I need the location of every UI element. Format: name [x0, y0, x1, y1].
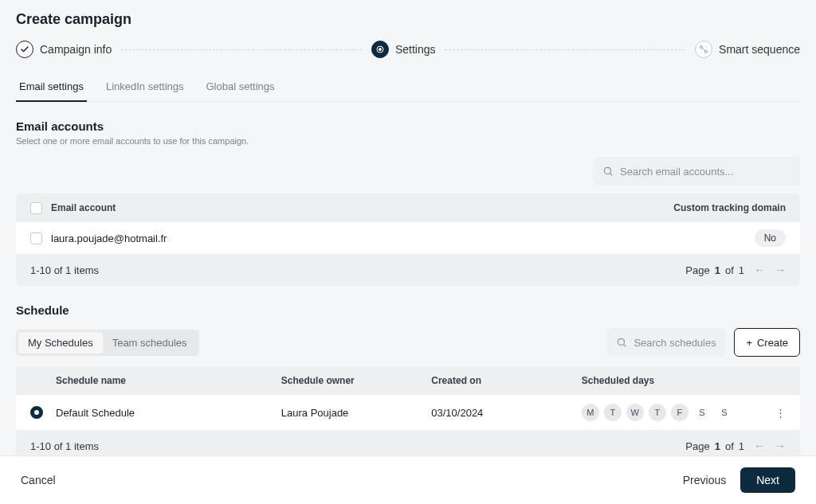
col-schedule-name: Schedule name: [56, 375, 281, 386]
section-title: Schedule: [16, 303, 800, 317]
items-count: 1-10 of 1 items: [30, 264, 99, 276]
tracking-domain-badge: No: [755, 229, 786, 247]
col-email-account: Email account: [51, 202, 642, 213]
row-menu-icon[interactable]: ⋮: [762, 407, 786, 419]
search-input[interactable]: [634, 337, 716, 349]
create-schedule-button[interactable]: + Create: [734, 328, 800, 357]
search-icon: [616, 337, 627, 348]
svg-line-6: [610, 174, 613, 176]
items-count: 1-10 of 1 items: [30, 440, 99, 452]
search-schedules[interactable]: [606, 328, 726, 357]
next-page-icon[interactable]: →: [775, 440, 786, 452]
day-chip: S: [716, 404, 733, 421]
svg-point-5: [604, 167, 610, 174]
create-label: Create: [757, 337, 788, 349]
step-connector: [445, 49, 685, 50]
pagination: Page 1 of 1 ← →: [685, 440, 786, 452]
schedule-radio[interactable]: [30, 406, 43, 419]
stepper: Campaign info Settings Smart sequence: [16, 41, 800, 58]
section-subtitle: Select one or more email accounts to use…: [16, 136, 800, 146]
schedule-name: Default Schedule: [56, 407, 281, 419]
page-title: Create campaign: [16, 11, 800, 28]
target-icon: [371, 41, 389, 58]
check-icon: [16, 41, 33, 58]
col-tracking-domain: Custom tracking domain: [642, 202, 786, 213]
svg-line-4: [702, 48, 705, 51]
scheduled-days: M T W T F S S: [582, 404, 762, 421]
tab-linkedin-settings[interactable]: LinkedIn settings: [103, 72, 187, 101]
page-current: 1: [715, 440, 720, 452]
page-current: 1: [715, 264, 720, 276]
step-settings[interactable]: Settings: [371, 41, 436, 58]
day-chip: T: [604, 404, 622, 421]
day-chip: F: [671, 404, 688, 421]
col-scheduled-days: Scheduled days: [582, 375, 762, 386]
page-of: of: [725, 440, 734, 452]
svg-line-8: [624, 345, 626, 347]
plus-icon: +: [746, 337, 752, 349]
page-word: Page: [685, 440, 709, 452]
step-label: Settings: [395, 43, 436, 56]
col-schedule-owner: Schedule owner: [281, 375, 432, 386]
search-icon: [602, 166, 614, 177]
step-connector: [121, 49, 362, 50]
search-email-accounts[interactable]: [593, 157, 800, 186]
step-smart-sequence[interactable]: Smart sequence: [695, 41, 800, 58]
settings-tabs: Email settings LinkedIn settings Global …: [16, 72, 800, 102]
svg-point-1: [379, 49, 381, 51]
day-chip: W: [626, 404, 644, 421]
schedule-owner: Laura Poujade: [281, 407, 432, 419]
row-checkbox[interactable]: [30, 232, 42, 244]
tab-my-schedules[interactable]: My Schedules: [18, 332, 103, 354]
page-total: 1: [739, 264, 744, 276]
email-accounts-section: Email accounts Select one or more email …: [16, 119, 800, 286]
table-row[interactable]: laura.poujade@hotmail.fr No: [16, 222, 800, 254]
schedule-toolbar: My Schedules Team schedules + Create: [16, 328, 800, 357]
page-word: Page: [685, 264, 709, 276]
select-all-checkbox[interactable]: [30, 202, 42, 214]
previous-button[interactable]: Previous: [683, 474, 726, 486]
page-footer: Cancel Previous Next: [0, 455, 816, 504]
col-created-on: Created on: [431, 375, 582, 386]
day-chip: T: [649, 404, 666, 421]
next-page-icon[interactable]: →: [775, 264, 786, 276]
next-button[interactable]: Next: [740, 467, 795, 493]
cancel-button[interactable]: Cancel: [21, 474, 56, 486]
schedule-created: 03/10/2024: [431, 407, 582, 419]
tab-global-settings[interactable]: Global settings: [203, 72, 278, 101]
prev-page-icon[interactable]: ←: [754, 264, 765, 276]
schedule-table-footer: 1-10 of 1 items Page 1 of 1 ← →: [16, 430, 800, 455]
tab-email-settings[interactable]: Email settings: [16, 72, 87, 102]
nodes-icon: [695, 41, 712, 58]
prev-page-icon[interactable]: ←: [754, 440, 765, 452]
schedule-section: Schedule My Schedules Team schedules +: [16, 303, 800, 455]
search-input[interactable]: [620, 166, 790, 178]
schedule-table-header: Schedule name Schedule owner Created on …: [16, 366, 800, 395]
day-chip: S: [693, 404, 711, 421]
schedule-segmented-tabs: My Schedules Team schedules: [16, 330, 199, 356]
section-title: Email accounts: [16, 119, 800, 133]
table-footer: 1-10 of 1 items Page 1 of 1 ← →: [16, 254, 800, 286]
step-label: Smart sequence: [719, 43, 800, 56]
svg-point-7: [618, 338, 625, 345]
step-campaign-info[interactable]: Campaign info: [16, 41, 112, 58]
step-label: Campaign info: [40, 43, 112, 56]
table-header: Email account Custom tracking domain: [16, 193, 800, 222]
email-accounts-table: Email account Custom tracking domain lau…: [16, 193, 800, 286]
page-total: 1: [739, 440, 744, 452]
page-of: of: [725, 264, 734, 276]
day-chip: M: [582, 404, 599, 421]
table-row[interactable]: Default Schedule Laura Poujade 03/10/202…: [16, 395, 800, 430]
pagination: Page 1 of 1 ← →: [685, 264, 786, 276]
tab-team-schedules[interactable]: Team schedules: [103, 332, 197, 354]
email-address: laura.poujade@hotmail.fr: [51, 232, 642, 244]
